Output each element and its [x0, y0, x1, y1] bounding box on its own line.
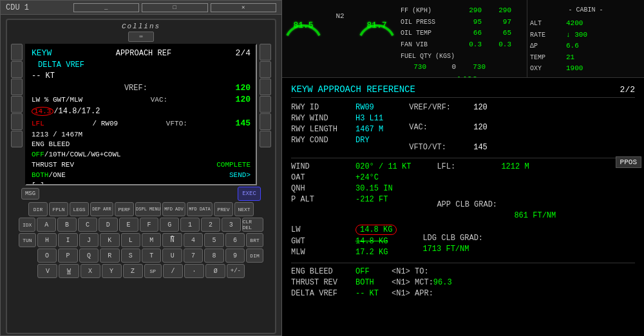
key-f[interactable]: F: [140, 218, 159, 232]
key-b[interactable]: B: [57, 218, 77, 232]
mfd-data-button[interactable]: MFD DATA: [187, 202, 213, 216]
key-k[interactable]: K: [100, 233, 119, 247]
prev-button[interactable]: PREV: [214, 202, 233, 216]
key-y[interactable]: Y: [102, 264, 122, 278]
next-button[interactable]: NEXT: [234, 202, 254, 216]
ff-left: 290: [456, 5, 482, 17]
key-i[interactable]: I: [58, 233, 77, 247]
key-4[interactable]: 4: [184, 233, 203, 247]
key-z[interactable]: Z: [123, 264, 143, 278]
key-m[interactable]: M: [142, 233, 161, 247]
key-u[interactable]: U: [162, 248, 182, 263]
key-7[interactable]: 7: [184, 248, 203, 263]
key-g[interactable]: G: [160, 218, 179, 232]
mfd-weight-section: LW 14.8 KG GWT 14.8 KG MLW 17.2 KG LDG C…: [291, 225, 635, 259]
key-5[interactable]: 5: [204, 233, 223, 247]
dim-button[interactable]: DIM: [246, 248, 263, 263]
key-n[interactable]: N̄: [162, 233, 182, 247]
lsk-r3[interactable]: [260, 79, 271, 95]
screen-1213: 1213 / 1467M: [32, 131, 82, 138]
slash-button[interactable]: /: [163, 264, 183, 278]
dir-button[interactable]: DIR: [28, 202, 48, 216]
exec-button[interactable]: EXEC: [238, 187, 261, 201]
key-j[interactable]: J: [79, 233, 99, 247]
legs-button[interactable]: LEGS: [70, 202, 89, 216]
screen-vac-val: 120: [236, 94, 251, 106]
key-6[interactable]: 6: [225, 233, 245, 247]
key-q[interactable]: Q: [79, 248, 99, 263]
key-w[interactable]: W: [59, 264, 79, 278]
key-9[interactable]: 9: [225, 248, 245, 263]
n1-mct-row: <N1> MCT: 96.3: [392, 278, 452, 287]
lsk-r5[interactable]: [260, 113, 271, 130]
close-button[interactable]: ✕: [211, 3, 277, 12]
screen-vref-label: VREF:: [124, 83, 147, 94]
fpln-button[interactable]: FPLN: [49, 202, 68, 216]
tun-button[interactable]: TUN: [19, 233, 36, 247]
ldg-clb-label-row: LDG CLB GRAD:: [422, 234, 500, 243]
fuel-qty-label: FUEL QTY (KGS): [401, 51, 524, 62]
minimize-button[interactable]: _: [73, 3, 140, 12]
mfd-display: PPOS KEYW APPROACH REFERENCE 2/2 RWY ID …: [282, 77, 644, 336]
fan-vib-right: 0.3: [486, 39, 511, 51]
vac-label: VAC:: [409, 123, 473, 132]
key-8[interactable]: 8: [204, 248, 223, 263]
lsk-r6[interactable]: [260, 131, 271, 147]
msg-button[interactable]: MSG: [21, 188, 39, 200]
keyboard-icon[interactable]: ⌨: [128, 32, 154, 42]
empty-right: [246, 264, 263, 278]
lsk-r1[interactable]: [260, 44, 271, 61]
key-a[interactable]: A: [37, 218, 56, 232]
key-s[interactable]: S: [121, 248, 140, 263]
brt-button[interactable]: BRT: [246, 233, 263, 247]
lsk-l4[interactable]: [11, 96, 23, 113]
lfl-label: LFL:: [437, 162, 501, 171]
maximize-button[interactable]: □: [142, 3, 208, 12]
key-x[interactable]: X: [80, 264, 100, 278]
key-r[interactable]: R: [100, 248, 119, 263]
key-p[interactable]: P: [58, 248, 77, 263]
dot-button[interactable]: ·: [184, 264, 204, 278]
key-v[interactable]: V: [37, 264, 57, 278]
mfd-adv-button[interactable]: MFD ADV: [162, 202, 185, 216]
alt-val: 4200: [566, 18, 583, 30]
lsk-left: [11, 44, 23, 147]
key-d[interactable]: D: [99, 218, 118, 232]
mfd-sep2: [291, 263, 635, 263]
key-e[interactable]: E: [119, 218, 138, 232]
dep-arr-button[interactable]: DEP ARR: [90, 202, 113, 216]
plusminus-button[interactable]: +/-: [227, 264, 244, 278]
screen-wrapper: KEYW APPROACH REF 2/4 DELTA VREF -- KT V…: [11, 44, 271, 185]
zero-button[interactable]: Ø: [205, 264, 225, 278]
key-l[interactable]: L: [121, 233, 140, 247]
rwy-wind-val: H3 L11: [355, 114, 383, 123]
lsk-l6[interactable]: [11, 131, 23, 147]
perf-button[interactable]: PERF: [115, 202, 134, 216]
oil-press-left: 95: [456, 17, 482, 28]
lsk-l3[interactable]: [11, 79, 23, 95]
sp-button[interactable]: SP: [144, 264, 162, 278]
oat-row: OAT +24°C: [291, 173, 411, 182]
key-1[interactable]: 1: [180, 218, 200, 232]
lsk-l5[interactable]: [11, 113, 23, 130]
key-2[interactable]: 2: [201, 218, 220, 232]
svg-text:81.5: 81.5: [294, 21, 314, 30]
dspl-menu-button[interactable]: DSPL MENU: [135, 202, 161, 216]
mfd-rwy-section: RWY ID RW09 RWY WIND H3 L11 RWY LENGTH 1…: [291, 103, 635, 154]
key-o[interactable]: O: [37, 248, 57, 263]
clr-del-button[interactable]: CLR DEL: [242, 218, 263, 232]
qnh-val: 30.15 IN: [355, 184, 393, 193]
lsk-l1[interactable]: [11, 44, 23, 61]
rate-label: RATE: [530, 30, 562, 41]
ldg-clb-label: LDG CLB GRAD:: [422, 234, 500, 243]
key-h[interactable]: H: [37, 233, 57, 247]
lsk-r2[interactable]: [260, 61, 271, 78]
key-t[interactable]: T: [142, 248, 161, 263]
idx-button[interactable]: IDX: [19, 218, 35, 232]
lsk-l2[interactable]: [11, 61, 23, 78]
key-3[interactable]: 3: [222, 218, 241, 232]
rwy-id-val: RW09: [355, 103, 374, 112]
lsk-r4[interactable]: [260, 96, 271, 113]
key-c[interactable]: C: [78, 218, 97, 232]
ff-label: FF (KPH): [401, 6, 452, 16]
